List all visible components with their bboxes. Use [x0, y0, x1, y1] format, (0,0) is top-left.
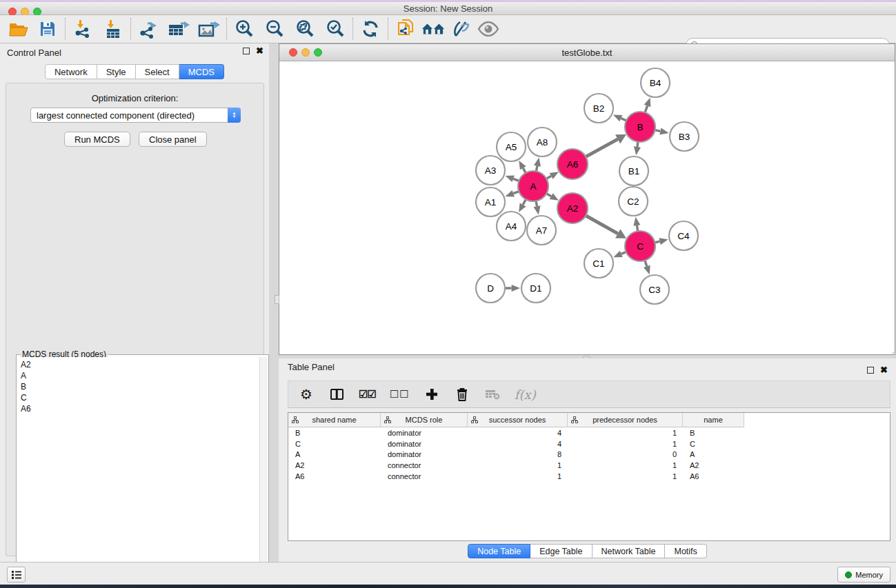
export-table-icon[interactable] — [167, 17, 190, 41]
edge-A-A5[interactable] — [523, 168, 526, 173]
memory-button[interactable]: Memory — [837, 567, 890, 582]
cell-name[interactable]: A — [683, 450, 744, 458]
edge-C-C2[interactable] — [637, 225, 637, 231]
close-panel-icon[interactable]: ✖ — [256, 48, 263, 54]
select-all-icon[interactable]: ☑☑ — [359, 385, 376, 403]
brush-slash-icon[interactable] — [449, 17, 472, 41]
edge-A2-C[interactable] — [586, 216, 618, 234]
column-header-shared-name[interactable]: shared name — [288, 413, 381, 427]
mcds-result-item[interactable]: B — [21, 381, 260, 392]
edge-A-A7[interactable] — [536, 201, 537, 207]
cell-shared-name[interactable]: A6 — [288, 472, 381, 480]
zoom-selected-icon[interactable] — [323, 17, 347, 41]
gear-icon[interactable]: ⚙ — [298, 385, 315, 403]
edge-C-C3[interactable] — [645, 261, 647, 267]
tab-mcds[interactable]: MCDS — [179, 64, 224, 79]
cell-name[interactable]: B — [683, 429, 744, 437]
resize-grip[interactable] — [886, 345, 894, 354]
edge-B-B2[interactable] — [621, 119, 626, 121]
cell-MCDS-role[interactable]: connector — [381, 461, 468, 469]
column-header-successor-nodes[interactable]: successor nodes — [468, 413, 568, 427]
float-panel-icon[interactable] — [243, 48, 250, 54]
edge-C-C1[interactable] — [621, 252, 626, 254]
column-header-MCDS-role[interactable]: MCDS role — [381, 413, 468, 427]
close-panel-button[interactable]: Close panel — [139, 132, 207, 147]
cell-name[interactable]: C — [683, 440, 744, 448]
cell-successor-nodes[interactable]: 8 — [468, 450, 568, 458]
edge-A6-B[interactable] — [586, 139, 617, 157]
network-minimize-traffic-light[interactable] — [301, 48, 310, 57]
mcds-result-item[interactable]: C — [21, 392, 260, 403]
tab-node-table[interactable]: Node Table — [468, 544, 530, 558]
export-network-icon[interactable] — [137, 17, 160, 41]
tab-network[interactable]: Network — [45, 64, 97, 79]
cell-successor-nodes[interactable]: 4 — [468, 440, 568, 448]
tab-edge-table[interactable]: Edge Table — [530, 544, 592, 558]
deselect-all-icon[interactable]: ☐☐ — [390, 385, 410, 403]
column-header-predecessor-nodes[interactable]: predecessor nodes — [568, 413, 683, 427]
cell-shared-name[interactable]: A2 — [288, 461, 381, 469]
clipboard-network-icon[interactable] — [394, 17, 417, 41]
cell-MCDS-role[interactable]: dominator — [381, 450, 468, 458]
float-table-panel-icon[interactable] — [867, 367, 874, 374]
edge-A-A6[interactable] — [546, 176, 551, 179]
network-zoom-traffic-light[interactable] — [314, 48, 322, 57]
table-row[interactable]: A6connector11A6 — [288, 471, 890, 482]
function-builder-icon[interactable]: f(x) — [515, 385, 536, 403]
cell-successor-nodes[interactable]: 1 — [468, 461, 568, 469]
cell-successor-nodes[interactable]: 4 — [468, 429, 568, 437]
zoom-fit-icon[interactable] — [293, 17, 317, 41]
import-network-icon[interactable] — [71, 17, 94, 41]
run-mcds-button[interactable]: Run MCDS — [64, 132, 130, 147]
cell-predecessor-nodes[interactable]: 1 — [568, 429, 683, 437]
edge-A-A3[interactable] — [513, 179, 519, 181]
cell-predecessor-nodes[interactable]: 1 — [568, 472, 683, 480]
column-layout-icon[interactable] — [328, 385, 345, 403]
mcds-result-item[interactable]: A2 — [21, 359, 260, 370]
close-table-panel-icon[interactable]: ✖ — [880, 367, 888, 374]
zoom-in-icon[interactable] — [232, 17, 256, 41]
eye-icon[interactable] — [477, 17, 500, 41]
mcds-result-list[interactable]: A2ABCA6 — [17, 357, 260, 587]
save-icon[interactable] — [36, 17, 59, 41]
export-image-icon[interactable] — [197, 17, 221, 41]
edge-C-C4[interactable] — [655, 241, 659, 243]
add-column-icon[interactable] — [424, 385, 440, 403]
cell-successor-nodes[interactable]: 1 — [468, 472, 568, 480]
homes-icon[interactable] — [421, 17, 445, 41]
edge-A-A2[interactable] — [546, 194, 551, 196]
zoom-out-icon[interactable] — [263, 17, 286, 41]
cell-name[interactable]: A6 — [683, 472, 744, 480]
network-graph[interactable]: B4B2BB3A8A5A6A3B1AA1C2A2A4A7C4CC1C3DD1 — [279, 61, 895, 354]
cell-MCDS-role[interactable]: connector — [381, 472, 468, 480]
tab-style[interactable]: Style — [97, 64, 136, 79]
criterion-select[interactable]: largest connected component (directed) ▲… — [30, 108, 241, 123]
delete-column-icon[interactable] — [454, 385, 470, 403]
cell-shared-name[interactable]: A — [288, 450, 381, 458]
cell-predecessor-nodes[interactable]: 0 — [568, 450, 683, 458]
import-table-icon[interactable] — [101, 17, 125, 41]
mcds-result-item[interactable]: A — [21, 370, 260, 381]
cell-predecessor-nodes[interactable]: 1 — [568, 440, 683, 448]
table-row[interactable]: A2connector11A2 — [288, 460, 890, 471]
edge-A-A1[interactable] — [513, 192, 519, 194]
task-history-button[interactable] — [7, 567, 26, 582]
table-row[interactable]: Bdominator41B — [288, 427, 890, 438]
network-close-traffic-light[interactable] — [289, 48, 297, 57]
edge-A-A8[interactable] — [536, 166, 537, 172]
cell-shared-name[interactable]: C — [288, 440, 381, 448]
table-row[interactable]: Adominator80A — [288, 449, 890, 460]
edge-B-B3[interactable] — [655, 130, 660, 132]
tab-select[interactable]: Select — [136, 64, 179, 79]
splitter-handle-left[interactable] — [275, 295, 279, 304]
tab-motifs[interactable]: Motifs — [665, 544, 706, 558]
network-window-titlebar[interactable]: testGlobe.txt — [279, 44, 895, 61]
delete-table-icon[interactable] — [484, 385, 501, 403]
refresh-icon[interactable] — [359, 17, 382, 41]
table-row[interactable]: Cdominator41C — [288, 438, 890, 449]
network-canvas[interactable]: B4B2BB3A8A5A6A3B1AA1C2A2A4A7C4CC1C3DD1 — [279, 61, 895, 354]
edge-B-B4[interactable] — [645, 105, 647, 112]
cell-shared-name[interactable]: B — [288, 429, 381, 437]
open-folder-icon[interactable] — [7, 17, 30, 41]
node-table[interactable]: shared nameMCDS rolesuccessor nodesprede… — [288, 412, 890, 541]
